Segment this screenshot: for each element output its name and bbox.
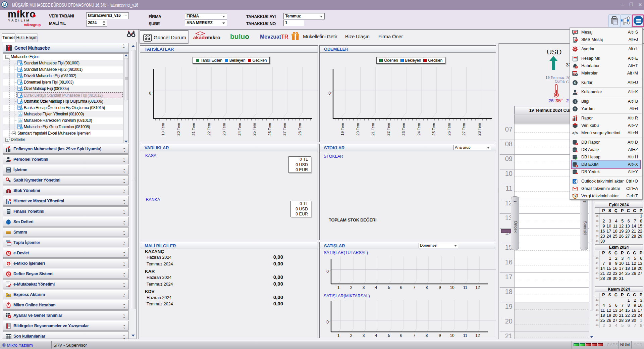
- svg-text:28 Tem: 28 Tem: [298, 123, 302, 136]
- svg-text:0: 0: [326, 320, 329, 325]
- svg-text:21 Tem: 21 Tem: [371, 123, 375, 136]
- svg-text:20 Tem: 20 Tem: [176, 123, 180, 136]
- svg-text:1: 1: [337, 285, 340, 290]
- svg-text:26 Tem: 26 Tem: [268, 123, 272, 136]
- svg-text:5: 5: [388, 333, 390, 338]
- svg-text:7: 7: [413, 285, 416, 290]
- svg-text:0: 0: [326, 269, 329, 274]
- svg-text:0: 0: [328, 91, 331, 96]
- svg-text:23 Tem: 23 Tem: [222, 123, 226, 136]
- svg-text:$: $: [574, 81, 576, 85]
- svg-text:0: 0: [149, 91, 151, 96]
- svg-text:2: 2: [350, 285, 353, 290]
- svg-text:8: 8: [426, 285, 428, 290]
- svg-text:8: 8: [426, 333, 428, 338]
- svg-text:11: 11: [463, 285, 468, 290]
- svg-text:28 Tem: 28 Tem: [477, 123, 481, 136]
- svg-text:4: 4: [375, 333, 377, 338]
- svg-text:3: 3: [363, 333, 365, 338]
- svg-text:22 Tem: 22 Tem: [386, 123, 390, 136]
- svg-text:27 Tem: 27 Tem: [462, 123, 466, 136]
- svg-text:19 Tem: 19 Tem: [340, 123, 344, 136]
- svg-text:6: 6: [400, 333, 402, 338]
- svg-text:10: 10: [450, 285, 454, 290]
- svg-text:27 Tem: 27 Tem: [282, 123, 286, 136]
- svg-text:7: 7: [413, 333, 416, 338]
- svg-text:9: 9: [439, 285, 441, 290]
- svg-text:21 Tem: 21 Tem: [192, 123, 196, 136]
- svg-text:25 Tem: 25 Tem: [432, 123, 436, 136]
- svg-text:1: 1: [337, 333, 340, 338]
- svg-text:</>: </>: [572, 131, 578, 136]
- svg-text:10: 10: [450, 333, 454, 338]
- svg-text:3: 3: [363, 285, 365, 290]
- svg-text:23 Tem: 23 Tem: [401, 123, 406, 136]
- svg-text:o: o: [574, 180, 576, 183]
- svg-text:12: 12: [475, 285, 480, 290]
- svg-text:6: 6: [400, 285, 402, 290]
- svg-text:?: ?: [574, 107, 576, 111]
- svg-text:24 Tem: 24 Tem: [417, 123, 421, 136]
- svg-text:5: 5: [388, 285, 390, 290]
- svg-text:4: 4: [375, 285, 377, 290]
- svg-text:9: 9: [439, 333, 441, 338]
- svg-text:11: 11: [463, 333, 468, 338]
- svg-text:26 Tem: 26 Tem: [447, 123, 451, 136]
- svg-text:25 Tem: 25 Tem: [252, 123, 256, 136]
- svg-text:19 Tem: 19 Tem: [161, 123, 165, 136]
- svg-text:20 Tem: 20 Tem: [356, 123, 360, 136]
- svg-text:24 Tem: 24 Tem: [237, 123, 241, 136]
- svg-text:22 Tem: 22 Tem: [207, 123, 211, 136]
- svg-text:2: 2: [350, 333, 353, 338]
- svg-text:12: 12: [475, 333, 480, 338]
- svg-text:!: !: [576, 150, 577, 152]
